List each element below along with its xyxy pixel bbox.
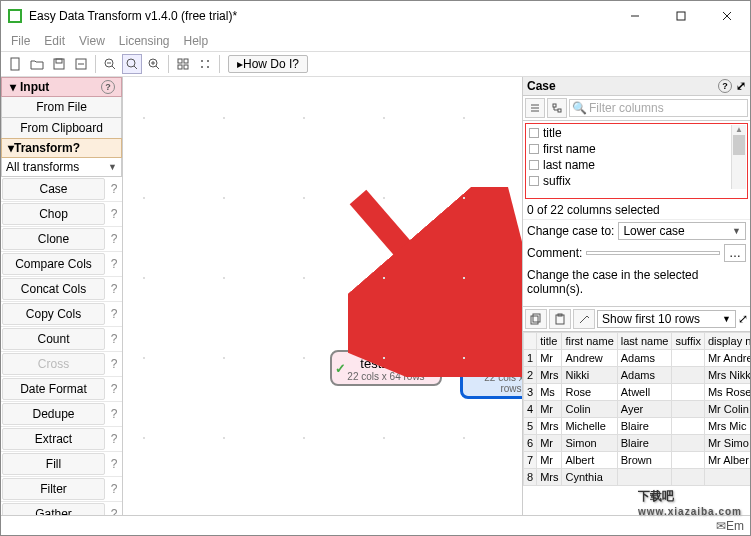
- cell: [672, 452, 704, 469]
- snap-icon[interactable]: [195, 54, 215, 74]
- expand-icon[interactable]: ⤢: [738, 312, 748, 326]
- transform-item-label: Count: [2, 328, 105, 350]
- comment-input[interactable]: [586, 251, 720, 255]
- all-transforms-dropdown[interactable]: All transforms ▼: [2, 158, 121, 176]
- open-folder-icon[interactable]: [27, 54, 47, 74]
- edit-icon[interactable]: [573, 309, 595, 329]
- table-row[interactable]: 6MrSimonBlaireMr Simo: [524, 435, 751, 452]
- help-icon[interactable]: ?: [106, 507, 122, 515]
- table-row[interactable]: 4MrColinAyerMr Colin: [524, 401, 751, 418]
- checkbox[interactable]: [529, 128, 539, 138]
- table-row[interactable]: 5MrsMichelleBlaireMrs Mic: [524, 418, 751, 435]
- transform-item[interactable]: Gather?: [1, 502, 122, 515]
- grid-icon[interactable]: [173, 54, 193, 74]
- zoom-in-icon[interactable]: [144, 54, 164, 74]
- checkbox[interactable]: [529, 160, 539, 170]
- help-icon[interactable]: ?: [106, 407, 122, 421]
- transform-item[interactable]: Fill?: [1, 452, 122, 477]
- list-view-icon[interactable]: [525, 98, 545, 118]
- scrollbar[interactable]: ▲: [731, 125, 746, 189]
- from-clipboard-button[interactable]: From Clipboard: [1, 118, 122, 139]
- transform-item[interactable]: Copy Cols?: [1, 302, 122, 327]
- svg-point-26: [207, 66, 209, 68]
- preview-grid[interactable]: titlefirst namelast namesuffixdisplay n1…: [523, 332, 750, 515]
- close-button[interactable]: [704, 1, 750, 31]
- column-header[interactable]: [524, 333, 537, 350]
- help-icon[interactable]: ?: [106, 257, 122, 271]
- help-icon[interactable]: ?: [106, 382, 122, 396]
- zoom-fit-icon[interactable]: [122, 54, 142, 74]
- transform-item[interactable]: Concat Cols?: [1, 277, 122, 302]
- help-icon[interactable]: ?: [106, 357, 122, 371]
- email-icon[interactable]: ✉: [716, 519, 726, 533]
- help-icon[interactable]: ?: [106, 307, 122, 321]
- transform-item[interactable]: Extract?: [1, 427, 122, 452]
- transform-item[interactable]: Case?: [1, 177, 122, 202]
- checkbox[interactable]: [529, 176, 539, 186]
- cell: 2: [524, 367, 537, 384]
- help-icon[interactable]: ?: [106, 232, 122, 246]
- table-row[interactable]: 8MrsCynthia: [524, 469, 751, 486]
- help-icon[interactable]: ?: [106, 432, 122, 446]
- column-item[interactable]: last name: [527, 157, 731, 173]
- help-icon[interactable]: ?: [106, 482, 122, 496]
- column-item[interactable]: first name: [527, 141, 731, 157]
- menu-help[interactable]: Help: [178, 33, 215, 49]
- change-case-dropdown[interactable]: Lower case ▼: [618, 222, 746, 240]
- column-header[interactable]: title: [537, 333, 562, 350]
- menu-licensing[interactable]: Licensing: [113, 33, 176, 49]
- help-icon[interactable]: ?: [106, 282, 122, 296]
- help-icon[interactable]: ?: [101, 80, 115, 94]
- table-row[interactable]: 1MrAndrewAdamsMr Andre: [524, 350, 751, 367]
- input-panel-header[interactable]: ▾ Input ?: [1, 77, 122, 97]
- menu-edit[interactable]: Edit: [38, 33, 71, 49]
- save-as-icon[interactable]: [71, 54, 91, 74]
- help-icon[interactable]: ?: [106, 457, 122, 471]
- transform-item[interactable]: Count?: [1, 327, 122, 352]
- transform-item[interactable]: Filter?: [1, 477, 122, 502]
- copy-icon[interactable]: [525, 309, 547, 329]
- column-header[interactable]: display n: [704, 333, 750, 350]
- help-icon[interactable]: ?: [106, 182, 122, 196]
- table-row[interactable]: 3MsRoseAtwellMs Rose: [524, 384, 751, 401]
- transform-item[interactable]: Cross?: [1, 352, 122, 377]
- svg-rect-0: [9, 10, 21, 22]
- checkbox[interactable]: [529, 144, 539, 154]
- maximize-button[interactable]: [658, 1, 704, 31]
- cell: Mrs: [537, 367, 562, 384]
- help-icon[interactable]: ?: [106, 332, 122, 346]
- zoom-out-icon[interactable]: [100, 54, 120, 74]
- how-do-i-button[interactable]: ▸How Do I?: [228, 55, 308, 73]
- help-icon[interactable]: ?: [106, 207, 122, 221]
- column-header[interactable]: last name: [617, 333, 672, 350]
- expand-icon[interactable]: ⤢: [736, 79, 746, 93]
- column-header[interactable]: suffix: [672, 333, 704, 350]
- transform-item[interactable]: Chop?: [1, 202, 122, 227]
- transform-item[interactable]: Clone?: [1, 227, 122, 252]
- paste-icon[interactable]: [549, 309, 571, 329]
- show-rows-dropdown[interactable]: Show first 10 rows ▼: [597, 310, 736, 328]
- new-file-icon[interactable]: [5, 54, 25, 74]
- comment-more-button[interactable]: …: [724, 244, 746, 262]
- filter-columns-input[interactable]: 🔍 Filter columns: [569, 99, 748, 117]
- transform-item[interactable]: Compare Cols?: [1, 252, 122, 277]
- column-header[interactable]: first name: [562, 333, 617, 350]
- table-row[interactable]: 7MrAlbertBrownMr Alber: [524, 452, 751, 469]
- transform-item[interactable]: Dedupe?: [1, 402, 122, 427]
- tree-view-icon[interactable]: [547, 98, 567, 118]
- menu-view[interactable]: View: [73, 33, 111, 49]
- column-item[interactable]: suffix: [527, 173, 731, 189]
- cell: Mr Alber: [704, 452, 750, 469]
- canvas[interactable]: test1.csv 22 cols x 64 rows ✓ Case 22 co…: [123, 77, 522, 515]
- save-icon[interactable]: [49, 54, 69, 74]
- column-item[interactable]: title: [527, 125, 731, 141]
- transform-item[interactable]: Date Format?: [1, 377, 122, 402]
- from-file-button[interactable]: From File: [1, 97, 122, 118]
- table-row[interactable]: 2MrsNikkiAdamsMrs Nikk: [524, 367, 751, 384]
- help-icon[interactable]: ?: [718, 79, 732, 93]
- help-icon[interactable]: ?: [73, 141, 80, 155]
- node-csv[interactable]: test1.csv 22 cols x 64 rows: [330, 350, 442, 386]
- minimize-button[interactable]: [612, 1, 658, 31]
- transform-panel-header[interactable]: ▾ Transform ?: [1, 138, 122, 158]
- menu-file[interactable]: File: [5, 33, 36, 49]
